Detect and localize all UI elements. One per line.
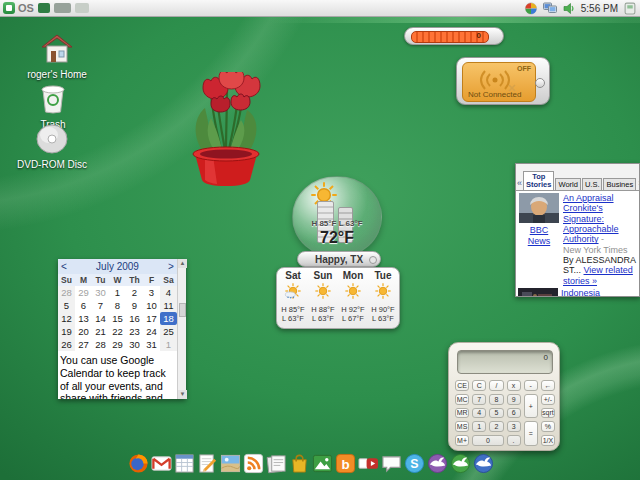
calendar-day[interactable]: 24 <box>143 325 160 338</box>
key-9[interactable]: 9 <box>507 394 521 405</box>
weather-forecast-panel[interactable]: Sat H 85°F L 63°F Sun H 88°F L 63°F Mon … <box>276 267 400 329</box>
calendar-day[interactable]: 5 <box>58 299 75 312</box>
key-0[interactable]: 0 <box>472 435 503 446</box>
firefox-icon[interactable] <box>128 452 149 475</box>
news-app-icon[interactable] <box>266 452 287 475</box>
calendar-scrollbar[interactable]: ▲ ▼ <box>177 259 186 399</box>
weather-options-knob[interactable] <box>369 256 377 264</box>
menubar-item-lightgray[interactable] <box>75 3 89 13</box>
key-sqrt[interactable]: sqrt <box>541 408 555 419</box>
calendar-day[interactable]: 4 <box>160 286 177 299</box>
skype-icon[interactable]: S <box>404 452 425 475</box>
maps-photo-icon[interactable] <box>220 452 241 475</box>
key-reciprocal[interactable]: 1/X <box>541 435 555 446</box>
key-sign[interactable]: +/- <box>541 394 555 405</box>
key-mr[interactable]: MR <box>455 408 469 419</box>
key-c[interactable]: C <box>472 380 486 391</box>
reader-rss-icon[interactable] <box>243 452 264 475</box>
calendar-day[interactable]: 30 <box>126 338 143 351</box>
calendar-day[interactable]: 25 <box>160 325 177 338</box>
calendar-day[interactable]: 12 <box>58 312 75 325</box>
key-mc[interactable]: MC <box>455 394 469 405</box>
talk-bubble-icon[interactable] <box>381 452 402 475</box>
key-mplus[interactable]: M+ <box>455 435 469 446</box>
calendar-day[interactable]: 3 <box>143 286 160 299</box>
calendar-day[interactable]: 29 <box>75 286 92 299</box>
key-6[interactable]: 6 <box>507 408 521 419</box>
youtube-icon[interactable] <box>358 452 379 475</box>
calendar-day[interactable]: 16 <box>126 312 143 325</box>
purple-bird-app-icon[interactable] <box>427 452 448 475</box>
calendar-day[interactable]: 29 <box>109 338 126 351</box>
story-thumbnail[interactable] <box>518 288 558 297</box>
key-5[interactable]: 5 <box>489 408 503 419</box>
green-bird-app-icon[interactable] <box>450 452 471 475</box>
calendar-day[interactable]: 17 <box>143 312 160 325</box>
key-decimal[interactable]: . <box>507 435 521 446</box>
calendar-next-button[interactable]: > <box>165 261 177 272</box>
calendar-day[interactable]: 22 <box>109 325 126 338</box>
docs-icon[interactable] <box>197 452 218 475</box>
wireless-toggle-knob[interactable] <box>535 78 545 88</box>
session-icon[interactable] <box>623 2 637 15</box>
calendar-day[interactable]: 14 <box>92 312 109 325</box>
key-1[interactable]: 1 <box>472 421 486 432</box>
scrollbar-thumb[interactable] <box>179 303 186 317</box>
calendar-day[interactable]: 28 <box>58 286 75 299</box>
calendar-app-icon[interactable] <box>174 452 195 475</box>
weather-globe-widget[interactable]: H 85°F L 63°F 72°F <box>292 176 382 258</box>
calendar-day-selected[interactable]: 18 <box>160 312 177 325</box>
calendar-day[interactable]: 7 <box>92 299 109 312</box>
calendar-day[interactable]: 30 <box>92 286 109 299</box>
desktop-icon-home[interactable]: roger's Home <box>22 34 92 80</box>
calendar-day[interactable]: 1 <box>160 338 177 351</box>
key-7[interactable]: 7 <box>472 394 486 405</box>
source-link[interactable]: BBC News <box>518 225 560 246</box>
updater-icon[interactable] <box>524 2 538 15</box>
key-4[interactable]: 4 <box>472 408 486 419</box>
menubar-item-gray[interactable] <box>54 3 71 13</box>
calendar-day[interactable]: 15 <box>109 312 126 325</box>
key-divide[interactable]: / <box>489 380 503 391</box>
key-subtract[interactable]: - <box>524 380 538 391</box>
os-logo-icon[interactable] <box>3 2 15 14</box>
flower-pot-widget[interactable] <box>183 72 269 190</box>
calendar-day[interactable]: 2 <box>126 286 143 299</box>
key-multiply[interactable]: x <box>507 380 521 391</box>
calendar-day[interactable]: 20 <box>75 325 92 338</box>
blogger-icon[interactable]: b <box>335 452 356 475</box>
desktop-icon-dvd[interactable]: DVD-ROM Disc <box>17 124 87 170</box>
headline-link[interactable]: Indonesia <box>561 288 600 297</box>
key-2[interactable]: 2 <box>489 421 503 432</box>
headline-link[interactable]: An Appraisal Cronkite's Signature: Appro… <box>563 193 619 244</box>
calendar-day[interactable]: 10 <box>143 299 160 312</box>
battery-widget[interactable]: 0 <box>404 27 504 45</box>
key-backspace[interactable]: ← <box>541 380 555 391</box>
calendar-day[interactable]: 11 <box>160 299 177 312</box>
calendar-day[interactable]: 13 <box>75 312 92 325</box>
wireless-widget[interactable]: OFF Not Connected <box>456 57 550 105</box>
calendar-day[interactable]: 26 <box>58 338 75 351</box>
clock[interactable]: 5:56 PM <box>581 3 618 14</box>
calendar-day[interactable]: 31 <box>143 338 160 351</box>
key-add[interactable]: + <box>524 394 538 419</box>
calendar-day[interactable]: 6 <box>75 299 92 312</box>
key-ms[interactable]: MS <box>455 421 469 432</box>
calendar-day[interactable]: 8 <box>109 299 126 312</box>
key-8[interactable]: 8 <box>489 394 503 405</box>
gmail-icon[interactable] <box>151 452 172 475</box>
key-equals[interactable]: = <box>524 421 538 446</box>
tab-us[interactable]: U.S. <box>582 178 603 190</box>
calendar-day[interactable]: 9 <box>126 299 143 312</box>
menubar-item-green[interactable] <box>38 3 50 13</box>
tabs-prev-icon[interactable]: « <box>516 178 523 190</box>
tab-business[interactable]: Busines <box>603 178 636 190</box>
blue-bird-app-icon[interactable] <box>473 452 494 475</box>
shopping-bag-icon[interactable] <box>289 452 310 475</box>
story-thumbnail[interactable] <box>519 193 559 223</box>
calendar-day[interactable]: 1 <box>109 286 126 299</box>
picasa-photos-icon[interactable] <box>312 452 333 475</box>
calendar-day[interactable]: 21 <box>92 325 109 338</box>
calendar-day[interactable]: 23 <box>126 325 143 338</box>
tab-top-stories[interactable]: Top Stories <box>523 171 554 191</box>
